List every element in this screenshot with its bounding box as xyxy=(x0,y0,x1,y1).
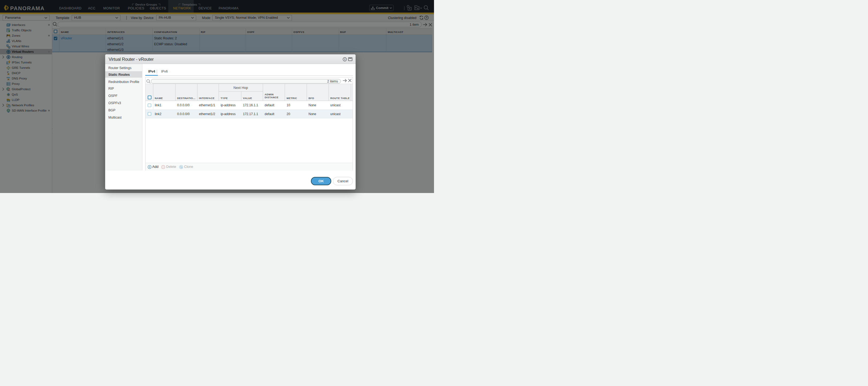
svg-text:?: ? xyxy=(344,58,346,61)
